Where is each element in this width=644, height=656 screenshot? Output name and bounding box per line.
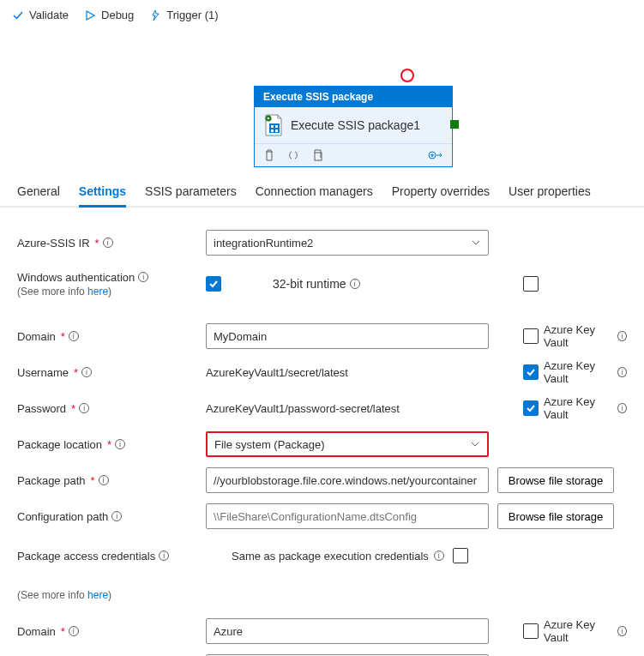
azure-ssis-ir-select[interactable]: integrationRuntime2 bbox=[206, 230, 489, 256]
info-icon[interactable]: i bbox=[434, 551, 444, 561]
package-location-select[interactable]: File system (Package) bbox=[206, 431, 489, 457]
validation-marker bbox=[400, 69, 414, 82]
here-link-2[interactable]: here bbox=[87, 589, 108, 601]
tab-user-properties[interactable]: User properties bbox=[509, 176, 591, 206]
akv-label: Azure Key Vault bbox=[544, 359, 612, 385]
info-icon[interactable]: i bbox=[69, 331, 79, 341]
svg-rect-5 bbox=[275, 129, 278, 132]
same-as-package-checkbox[interactable] bbox=[453, 548, 468, 563]
info-icon[interactable]: i bbox=[69, 626, 79, 636]
info-icon[interactable]: i bbox=[617, 626, 627, 636]
code-icon[interactable] bbox=[287, 149, 299, 161]
info-icon[interactable]: i bbox=[81, 367, 92, 377]
activity-title: Execute SSIS package bbox=[255, 87, 452, 107]
username-value: AzureKeyVault1/secret/latest bbox=[206, 359, 489, 385]
info-icon[interactable]: i bbox=[138, 272, 148, 282]
trigger-label: Trigger (1) bbox=[166, 9, 218, 21]
required-indicator: * bbox=[74, 366, 78, 379]
here-link[interactable]: here bbox=[87, 286, 108, 298]
info-icon[interactable]: i bbox=[159, 551, 169, 561]
trigger-icon bbox=[149, 9, 161, 21]
pac-domain-input[interactable] bbox=[206, 618, 489, 644]
delete-icon[interactable] bbox=[263, 149, 275, 161]
play-icon bbox=[84, 9, 96, 21]
configuration-path-input[interactable] bbox=[206, 503, 489, 529]
package-path-input[interactable] bbox=[206, 467, 489, 493]
info-icon[interactable]: i bbox=[111, 511, 122, 521]
debug-label: Debug bbox=[101, 9, 134, 21]
pipeline-canvas[interactable]: Execute SSIS package Execute SSIS packag… bbox=[0, 30, 644, 176]
top-toolbar: Validate Debug Trigger (1) bbox=[0, 0, 644, 30]
pac-domain-label: Domain bbox=[17, 625, 56, 638]
activity-execute-ssis[interactable]: Execute SSIS package Execute SSIS packag… bbox=[254, 86, 453, 167]
password-value: AzureKeyVault1/password-secret/latest bbox=[206, 395, 489, 421]
windows-auth-label: Windows authentication bbox=[17, 271, 135, 284]
tab-property-overrides[interactable]: Property overrides bbox=[392, 176, 490, 206]
tab-connection-managers[interactable]: Connection managers bbox=[256, 176, 373, 206]
required-indicator: * bbox=[61, 330, 65, 343]
akv-label: Azure Key Vault bbox=[544, 323, 612, 349]
chevron-down-icon bbox=[471, 238, 481, 248]
validate-label: Validate bbox=[29, 9, 69, 21]
domain-input[interactable] bbox=[206, 323, 489, 349]
info-icon[interactable]: i bbox=[103, 238, 113, 248]
activity-name: Execute SSIS package1 bbox=[291, 118, 420, 132]
svg-rect-3 bbox=[275, 125, 278, 128]
same-as-package-label: Same as package execution credentials bbox=[232, 550, 429, 563]
debug-button[interactable]: Debug bbox=[84, 9, 134, 21]
trigger-button[interactable]: Trigger (1) bbox=[149, 9, 218, 21]
info-icon[interactable]: i bbox=[99, 475, 109, 485]
info-icon[interactable]: i bbox=[617, 403, 627, 413]
info-icon[interactable]: i bbox=[617, 367, 627, 377]
required-indicator: * bbox=[71, 402, 75, 415]
info-icon[interactable]: i bbox=[79, 403, 89, 413]
svg-rect-4 bbox=[271, 129, 274, 132]
browse-file-storage-button-2[interactable]: Browse file storage bbox=[497, 503, 614, 529]
bit32-label: 32-bit runtime bbox=[273, 277, 346, 291]
svg-rect-2 bbox=[271, 125, 274, 128]
see-more-info: (See more info here) bbox=[17, 286, 111, 298]
check-icon bbox=[12, 9, 24, 21]
info-icon[interactable]: i bbox=[617, 331, 627, 341]
success-output-handle[interactable] bbox=[450, 120, 459, 129]
akv-domain-checkbox[interactable] bbox=[523, 328, 539, 344]
required-indicator: * bbox=[107, 438, 111, 451]
validate-button[interactable]: Validate bbox=[12, 9, 69, 21]
azure-ssis-ir-value: integrationRuntime2 bbox=[214, 237, 313, 250]
domain-label: Domain bbox=[17, 330, 56, 343]
package-location-value: File system (Package) bbox=[214, 438, 325, 451]
see-more-info-2: (See more info here) bbox=[17, 589, 111, 601]
required-indicator: * bbox=[91, 474, 95, 487]
akv-username-checkbox[interactable] bbox=[523, 364, 539, 380]
azure-ssis-ir-label: Azure-SSIS IR bbox=[17, 237, 90, 250]
browse-file-storage-button[interactable]: Browse file storage bbox=[497, 467, 614, 493]
tab-general[interactable]: General bbox=[17, 176, 60, 206]
chevron-down-icon bbox=[470, 439, 480, 449]
activity-body: Execute SSIS package1 bbox=[255, 107, 452, 144]
info-icon[interactable]: i bbox=[115, 439, 125, 449]
bit32-checkbox[interactable] bbox=[523, 276, 539, 292]
tab-ssis-parameters[interactable]: SSIS parameters bbox=[145, 176, 237, 206]
akv-label: Azure Key Vault bbox=[544, 618, 612, 644]
ssis-package-icon bbox=[263, 114, 284, 136]
windows-auth-checkbox[interactable] bbox=[206, 276, 221, 292]
svg-rect-1 bbox=[269, 123, 280, 133]
add-output-icon[interactable] bbox=[428, 149, 443, 161]
package-path-label: Package path bbox=[17, 474, 86, 487]
package-location-label: Package location bbox=[17, 438, 102, 451]
copy-icon[interactable] bbox=[311, 149, 323, 161]
package-access-label: Package access credentials bbox=[17, 550, 155, 563]
configuration-path-label: Configuration path bbox=[17, 510, 108, 523]
tab-settings[interactable]: Settings bbox=[79, 176, 126, 208]
akv-label: Azure Key Vault bbox=[544, 395, 612, 421]
required-indicator: * bbox=[61, 625, 65, 638]
settings-form: Azure-SSIS IR * i integrationRuntime2 Wi… bbox=[0, 208, 644, 656]
activity-toolbar bbox=[255, 144, 452, 166]
info-icon[interactable]: i bbox=[350, 279, 360, 289]
properties-tabs: General Settings SSIS parameters Connect… bbox=[0, 176, 644, 208]
akv-pac-domain-checkbox[interactable] bbox=[523, 623, 539, 639]
required-indicator: * bbox=[95, 237, 99, 250]
password-label: Password bbox=[17, 402, 66, 415]
username-label: Username bbox=[17, 366, 69, 379]
akv-password-checkbox[interactable] bbox=[523, 400, 539, 416]
